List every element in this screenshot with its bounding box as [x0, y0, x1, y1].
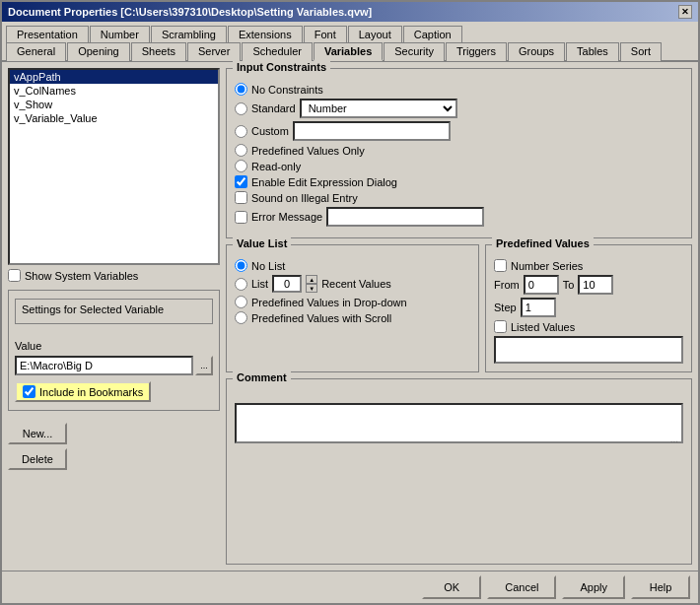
- standard-row: Standard Number: [235, 99, 683, 118]
- readonly-radio[interactable]: [235, 160, 247, 172]
- tab-groups[interactable]: Groups: [508, 42, 565, 61]
- list-spinner[interactable]: [272, 275, 302, 293]
- variable-item-vshow[interactable]: v_Show: [10, 98, 218, 111]
- browse-button[interactable]: ...: [195, 356, 213, 375]
- list-row: List ▲ ▼ Recent Values: [235, 275, 470, 293]
- main-window: Document Properties [C:\Users\397310\Des…: [0, 0, 700, 605]
- readonly-label: Read-only: [251, 161, 301, 172]
- variable-item-vcolnames[interactable]: v_ColNames: [10, 84, 218, 98]
- show-system-checkbox[interactable]: [8, 269, 21, 282]
- tab-variables[interactable]: Variables: [314, 42, 383, 61]
- no-constraints-row: No Constraints: [235, 83, 683, 96]
- tab-security[interactable]: Security: [384, 42, 445, 61]
- listed-values-checkbox[interactable]: [494, 320, 507, 333]
- custom-row: Custom: [235, 121, 683, 141]
- predefined-scroll-label: Predefined Values with Scroll: [251, 312, 391, 324]
- new-button[interactable]: New...: [8, 423, 67, 444]
- tab-scheduler[interactable]: Scheduler: [242, 42, 313, 61]
- content-area: vAppPath v_ColNames v_Show v_Variable_Va…: [2, 62, 698, 571]
- predefined-only-row: Predefined Values Only: [235, 144, 683, 157]
- delete-button[interactable]: Delete: [8, 448, 67, 470]
- predefined-values-group: Predefined Values Number Series From To: [485, 244, 692, 372]
- comment-section: Comment ...: [226, 378, 692, 565]
- predefined-only-label: Predefined Values Only: [251, 145, 365, 157]
- standard-dropdown[interactable]: Number: [300, 99, 457, 118]
- tab-opening[interactable]: Opening: [67, 42, 130, 61]
- show-system-row: Show System Variables: [8, 269, 220, 282]
- tab-presentation[interactable]: Presentation: [6, 26, 89, 42]
- comment-ellipsis: ...: [670, 434, 678, 444]
- bookmark-checkbox[interactable]: [23, 385, 35, 398]
- variable-list[interactable]: vAppPath v_ColNames v_Show v_Variable_Va…: [8, 68, 220, 265]
- value-list-title: Value List: [233, 237, 291, 249]
- step-input[interactable]: [521, 298, 556, 317]
- tab-number[interactable]: Number: [90, 26, 150, 42]
- bottom-buttons: OK Cancel Apply Help: [2, 571, 698, 603]
- enable-edit-label: Enable Edit Expression Dialog: [251, 176, 397, 188]
- tab-general[interactable]: General: [6, 42, 66, 61]
- spinner-down[interactable]: ▼: [306, 284, 317, 293]
- tab-sort[interactable]: Sort: [620, 42, 662, 61]
- list-label: List: [251, 278, 268, 290]
- listed-values-box[interactable]: [494, 336, 683, 364]
- list-radio[interactable]: [235, 278, 247, 291]
- enable-edit-row: Enable Edit Expression Dialog: [235, 175, 683, 188]
- bookmark-button[interactable]: Include in Bookmarks: [15, 381, 151, 402]
- help-button[interactable]: Help: [631, 575, 690, 599]
- right-panel: Input Constraints No Constraints Standar…: [226, 68, 692, 565]
- custom-label: Custom: [251, 125, 289, 137]
- input-constraints-title: Input Constraints: [233, 61, 330, 73]
- standard-radio[interactable]: [235, 102, 247, 115]
- value-input[interactable]: [15, 356, 193, 375]
- comment-title: Comment: [233, 371, 291, 383]
- tab-tables[interactable]: Tables: [566, 42, 619, 61]
- error-message-box[interactable]: [326, 207, 484, 227]
- no-list-label: No List: [251, 260, 285, 272]
- tab-sheets[interactable]: Sheets: [131, 42, 186, 61]
- cancel-button[interactable]: Cancel: [487, 575, 556, 599]
- ok-button[interactable]: OK: [422, 575, 481, 599]
- to-input[interactable]: [578, 275, 613, 295]
- from-input[interactable]: [524, 275, 559, 295]
- predefined-dropdown-label: Predefined Values in Drop-down: [251, 297, 407, 308]
- window-title: Document Properties [C:\Users\397310\Des…: [8, 6, 372, 18]
- predefined-dropdown-radio[interactable]: [235, 296, 247, 308]
- predefined-scroll-row: Predefined Values with Scroll: [235, 311, 470, 324]
- error-message-checkbox[interactable]: [235, 211, 247, 224]
- custom-input[interactable]: [293, 121, 451, 141]
- error-message-label: Error Message: [251, 211, 322, 223]
- tab-extensions[interactable]: Extensions: [228, 26, 303, 42]
- tab-font[interactable]: Font: [304, 26, 347, 42]
- tab-scrambling[interactable]: Scrambling: [151, 26, 227, 42]
- title-bar: Document Properties [C:\Users\397310\Des…: [2, 2, 698, 22]
- from-to-row: From To: [494, 275, 683, 295]
- number-series-checkbox[interactable]: [494, 259, 507, 272]
- variable-item-vapppath[interactable]: vAppPath: [10, 70, 218, 84]
- sound-illegal-label: Sound on Illegal Entry: [251, 192, 358, 204]
- no-constraints-radio[interactable]: [235, 83, 247, 96]
- action-buttons: New... Delete: [8, 423, 220, 470]
- to-label: To: [563, 279, 575, 291]
- predefined-values-title: Predefined Values: [492, 237, 594, 249]
- enable-edit-checkbox[interactable]: [235, 175, 247, 188]
- predefined-scroll-radio[interactable]: [235, 311, 247, 324]
- tab-layout[interactable]: Layout: [348, 26, 402, 42]
- number-series-row: Number Series: [494, 259, 683, 272]
- readonly-row: Read-only: [235, 160, 683, 172]
- spinner-up[interactable]: ▲: [306, 275, 317, 284]
- predefined-only-radio[interactable]: [235, 144, 247, 157]
- tab-server[interactable]: Server: [187, 42, 241, 61]
- tabs-row1: Presentation Number Scrambling Extension…: [2, 22, 698, 41]
- apply-button[interactable]: Apply: [562, 575, 625, 599]
- tab-triggers[interactable]: Triggers: [446, 42, 507, 61]
- variable-item-vvariablevalue[interactable]: v_Variable_Value: [10, 111, 218, 125]
- comment-textarea[interactable]: [235, 403, 683, 443]
- settings-group: Settings for Selected Variable Value ...…: [8, 290, 220, 411]
- close-button[interactable]: ✕: [678, 5, 692, 19]
- custom-radio[interactable]: [235, 125, 247, 138]
- tab-caption[interactable]: Caption: [403, 26, 462, 42]
- sound-illegal-checkbox[interactable]: [235, 191, 247, 204]
- no-list-radio[interactable]: [235, 259, 247, 272]
- no-list-row: No List: [235, 259, 470, 272]
- show-system-label: Show System Variables: [25, 270, 138, 282]
